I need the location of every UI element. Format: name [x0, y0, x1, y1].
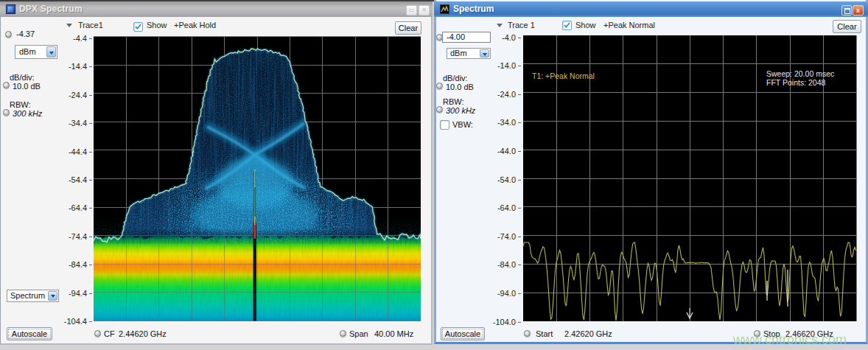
svg-text:Sweep: 20.00 msec: Sweep: 20.00 msec: [766, 69, 834, 78]
svg-text:T1: +Peak Normal: T1: +Peak Normal: [532, 71, 595, 80]
svg-text:FFT Points: 2048: FFT Points: 2048: [766, 78, 826, 87]
